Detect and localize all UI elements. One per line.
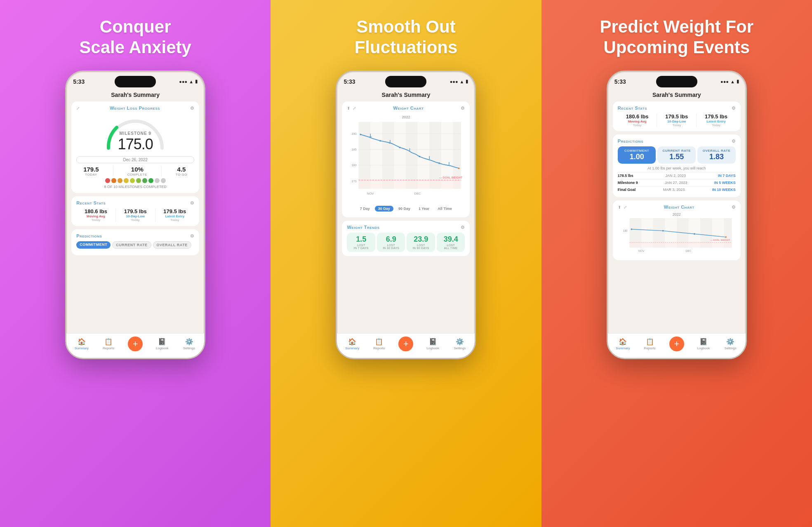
nav-reports-3[interactable]: 📋 Reports bbox=[636, 338, 663, 350]
gear-icon-3[interactable]: ⚙ bbox=[190, 233, 194, 239]
expand-icon-2[interactable]: ⤢ bbox=[353, 106, 356, 111]
tab-1year[interactable]: 1 Year bbox=[415, 206, 433, 212]
svg-point-23 bbox=[439, 162, 440, 164]
rs-latest: 179.5 lbs Latest Entry Today bbox=[155, 208, 195, 222]
trend-blocks: 1.5 LOSTIN 7 DAYS 6.9 LOSTIN 30 DAYS 23.… bbox=[347, 233, 465, 252]
status-icons-3: ●●● ▲ ▮ bbox=[720, 79, 739, 84]
nav-add-3[interactable]: + bbox=[663, 336, 690, 351]
nav-add-1[interactable]: + bbox=[122, 336, 149, 351]
reports-nav-icon-3: 📋 bbox=[646, 338, 654, 346]
nav-logbook-3[interactable]: 📓 Logbook bbox=[690, 338, 717, 350]
gear-icon-4[interactable]: ⚙ bbox=[461, 106, 465, 111]
tab-alltime[interactable]: All Time bbox=[434, 206, 455, 212]
gear-icon-8[interactable]: ⚙ bbox=[732, 205, 736, 210]
gear-icon-1[interactable]: ⚙ bbox=[190, 106, 194, 111]
nav-reports-2[interactable]: 📋 Reports bbox=[366, 338, 393, 350]
nav-summary-2[interactable]: 🏠 Summary bbox=[339, 338, 365, 350]
svg-point-21 bbox=[399, 147, 401, 148]
tab-90day[interactable]: 90 Day bbox=[395, 206, 414, 212]
phone-3: 5:33 ●●● ▲ ▮ Sarah's Summary Recent Stat… bbox=[607, 71, 747, 359]
pred-weight-3: Final Goal bbox=[618, 188, 636, 192]
current-rate-badge[interactable]: CURRENT RATE bbox=[112, 241, 151, 249]
expand-icon[interactable]: ⤢ bbox=[76, 106, 80, 111]
gear-icon-2[interactable]: ⚙ bbox=[190, 200, 194, 206]
current-rate-block[interactable]: CURRENT RATE 1.55 bbox=[657, 146, 696, 164]
current-rate-value: 1.55 bbox=[659, 153, 694, 161]
nav-summary-1[interactable]: 🏠 Summary bbox=[68, 338, 95, 350]
recent-stats-title-1: Recent Stats bbox=[76, 200, 106, 205]
nav-settings-1[interactable]: ⚙️ Settings bbox=[176, 338, 202, 350]
share-icon[interactable]: ⬆ bbox=[347, 106, 350, 111]
pred-days-1: IN 7 DAYS bbox=[718, 174, 736, 178]
expand-icon-3[interactable]: ⤢ bbox=[624, 205, 627, 209]
trend-lbl-1: LOSTIN 7 DAYS bbox=[348, 244, 374, 249]
rs3-val-1: 180.6 lbs bbox=[618, 113, 657, 120]
rs3-sub-3: Latest Entry bbox=[697, 120, 736, 123]
tab-30day[interactable]: 30 Day bbox=[375, 206, 393, 212]
nav-summary-3[interactable]: 🏠 Summary bbox=[610, 338, 636, 350]
rs3-moving-avg: 180.6 lbs Moving Avg Today bbox=[618, 113, 657, 127]
svg-point-24 bbox=[458, 167, 460, 169]
settings-nav-icon: ⚙️ bbox=[185, 338, 193, 346]
svg-point-47 bbox=[725, 236, 727, 238]
screen-title-2: Sarah's Summary bbox=[342, 92, 470, 98]
svg-rect-3 bbox=[406, 122, 418, 188]
togo-value: 4.5 bbox=[176, 166, 187, 173]
nav-reports-1[interactable]: 📋 Reports bbox=[95, 338, 122, 350]
rs-date-2: Today bbox=[116, 218, 155, 222]
trend-val-1: 1.5 bbox=[348, 235, 374, 244]
bottom-nav-2: 🏠 Summary 📋 Reports + 📓 Logbook ⚙️ Setti… bbox=[337, 333, 475, 358]
rs-sub-2: 10-Day-Low bbox=[116, 214, 155, 218]
nav-logbook-1[interactable]: 📓 Logbook bbox=[149, 338, 176, 350]
small-chart-header: ⬆ ⤢ Weight Chart ⚙ bbox=[618, 205, 736, 210]
togo-label: TO GO bbox=[176, 173, 187, 176]
nav-label-reports-3: Reports bbox=[644, 346, 656, 350]
wifi-icon-2: ▲ bbox=[460, 79, 464, 84]
gear-icon-7[interactable]: ⚙ bbox=[732, 139, 736, 144]
add-button-1[interactable]: + bbox=[128, 336, 143, 351]
predictions-card-1: Predictions ⚙ COMMITMENT CURRENT RATE OV… bbox=[71, 229, 199, 255]
trend-lbl-4: LOSTALL TIME bbox=[438, 244, 464, 249]
recent-stats-row-1: 180.6 lbs Moving Avg Today 179.5 lbs 10-… bbox=[76, 208, 194, 222]
weight-chart-svg: 190 185 180 170 NOV DEC — GOAL WEIGHT bbox=[347, 120, 465, 202]
nav-settings-2[interactable]: ⚙️ Settings bbox=[446, 338, 473, 350]
reports-nav-icon: 📋 bbox=[104, 338, 113, 346]
commitment-block[interactable]: COMMITMENT 1.00 bbox=[618, 146, 656, 164]
recent-stats-card-1: Recent Stats ⚙ 180.6 lbs Moving Avg Toda… bbox=[71, 196, 199, 226]
reports-nav-icon-2: 📋 bbox=[375, 338, 383, 346]
signal-icon-3: ●●● bbox=[720, 79, 729, 84]
dynamic-island-3 bbox=[656, 76, 697, 87]
overall-rate-value: 1.83 bbox=[699, 153, 734, 161]
commitment-badge[interactable]: COMMITMENT bbox=[76, 241, 111, 249]
predictions-title-3: Predictions bbox=[618, 139, 643, 144]
gear-icon-5[interactable]: ⚙ bbox=[461, 225, 465, 230]
predictions-header-3: Predictions ⚙ bbox=[618, 139, 736, 144]
gear-icon-6[interactable]: ⚙ bbox=[732, 106, 736, 111]
complete-label: COMPLETE bbox=[127, 173, 147, 176]
recent-stats-title-3: Recent Stats bbox=[618, 106, 647, 111]
overall-rate-block[interactable]: OVERALL RATE 1.83 bbox=[697, 146, 736, 164]
add-button-2[interactable]: + bbox=[398, 336, 413, 351]
nav-label-summary-2: Summary bbox=[345, 346, 359, 350]
signal-icon: ●●● bbox=[179, 79, 187, 84]
nav-label-logbook-1: Logbook bbox=[156, 346, 169, 350]
tab-7day[interactable]: 7 Day bbox=[357, 206, 373, 212]
commitment-label: COMMITMENT bbox=[619, 149, 654, 153]
weight-chart-card: ⬆ ⤢ Weight Chart ⚙ 2022 bbox=[342, 101, 470, 217]
milestones-text: 8 OF 10 MILESTONES COMPLETED bbox=[76, 185, 194, 189]
nav-add-2[interactable]: + bbox=[393, 336, 419, 351]
overall-rate-badge[interactable]: OVERALL RATE bbox=[153, 241, 191, 249]
rs-val-1: 180.6 lbs bbox=[76, 208, 115, 214]
status-icons-2: ●●● ▲ ▮ bbox=[450, 79, 468, 84]
recent-stats-card-3: Recent Stats ⚙ 180.6 lbs Moving Avg Toda… bbox=[613, 101, 741, 131]
nav-label-reports-2: Reports bbox=[373, 346, 385, 350]
pred-weight-2: Milestone 9 bbox=[618, 181, 638, 185]
nav-settings-3[interactable]: ⚙️ Settings bbox=[717, 338, 744, 350]
small-weight-chart-svg: 180 NOV DEC — GOAL WEIGHT bbox=[618, 217, 736, 254]
share-icon-2[interactable]: ⬆ bbox=[618, 205, 621, 209]
predictions-card-3: Predictions ⚙ COMMITMENT 1.00 CURRENT RA… bbox=[613, 134, 741, 197]
nav-logbook-2[interactable]: 📓 Logbook bbox=[419, 338, 446, 350]
screen-title-1: Sarah's Summary bbox=[71, 92, 199, 98]
add-button-3[interactable]: + bbox=[669, 336, 684, 351]
panel-smooth: Smooth Out Fluctuations 5:33 ●●● ▲ ▮ Sar… bbox=[271, 0, 541, 527]
